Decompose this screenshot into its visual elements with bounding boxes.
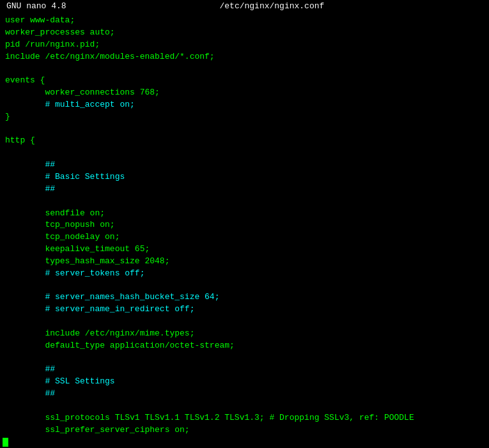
code-line: [5, 352, 484, 364]
code-line: tcp_nopush on;: [5, 219, 484, 231]
code-line: # SSL Settings: [5, 376, 484, 388]
code-line: [5, 280, 484, 292]
code-line: [5, 400, 484, 412]
code-line: keepalive_timeout 65;: [5, 243, 484, 256]
code-line: include /etc/nginx/modules-enabled/*.con…: [5, 51, 484, 63]
code-line: # server_names_hash_bucket_size 64;: [5, 291, 484, 304]
code-line: [5, 196, 484, 208]
bottom-bar: [0, 436, 489, 448]
code-line: ##: [5, 183, 484, 196]
title-bar: GNU nano 4.8 /etc/nginx/nginx.conf: [0, 0, 489, 12]
code-line: ssl_protocols TLSv1 TLSv1.1 TLSv1.2 TLSv…: [5, 412, 484, 424]
content-area[interactable]: user www-data;worker_processes auto;pid …: [0, 12, 489, 436]
title-left: GNU nano 4.8: [6, 1, 66, 11]
code-line: # multi_accept on;: [5, 99, 484, 111]
code-line: ##: [5, 364, 484, 376]
code-line: events {: [5, 75, 484, 87]
code-line: [5, 147, 484, 159]
code-line: tcp_nodelay on;: [5, 231, 484, 243]
title-center: /etc/nginx/nginx.conf: [219, 1, 324, 11]
code-line: pid /run/nginx.pid;: [5, 39, 484, 51]
code-line: }: [5, 111, 484, 123]
terminal: GNU nano 4.8 /etc/nginx/nginx.conf user …: [0, 0, 489, 448]
code-line: [5, 123, 484, 135]
code-line: worker_connections 768;: [5, 87, 484, 99]
code-line: [5, 316, 484, 328]
code-line: [5, 63, 484, 75]
code-line: ##: [5, 388, 484, 400]
code-line: include /etc/nginx/mime.types;: [5, 328, 484, 340]
code-line: ssl_prefer_server_ciphers on;: [5, 424, 484, 436]
code-line: default_type application/octet-stream;: [5, 340, 484, 352]
code-line: worker_processes auto;: [5, 27, 484, 39]
code-line: # server_tokens off;: [5, 268, 484, 280]
code-line: ##: [5, 159, 484, 171]
code-line: sendfile on;: [5, 208, 484, 220]
code-line: user www-data;: [5, 15, 484, 27]
code-line: # server_name_in_redirect off;: [5, 304, 484, 316]
code-line: # Basic Settings: [5, 171, 484, 183]
title-right: [477, 1, 483, 11]
code-line: http {: [5, 135, 484, 147]
code-line: types_hash_max_size 2048;: [5, 256, 484, 268]
cursor: [3, 438, 8, 447]
